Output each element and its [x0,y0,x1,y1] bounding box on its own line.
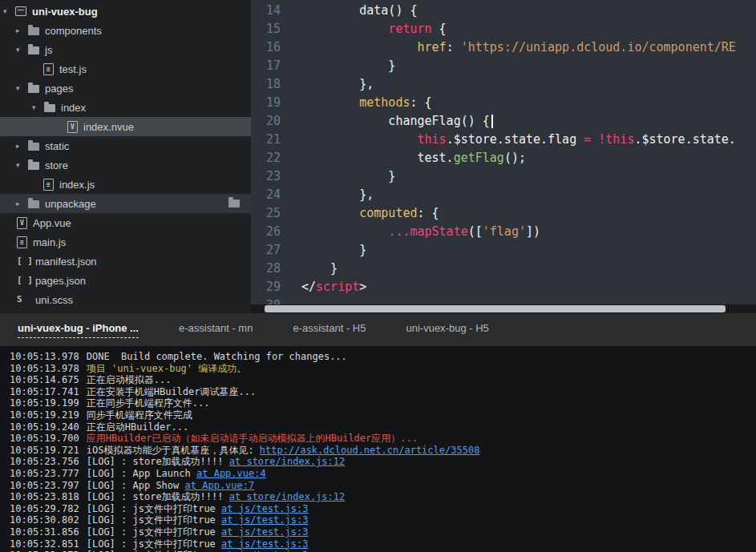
code-line-29: 29</script> [251,278,756,296]
code-token: return [388,22,431,36]
tree-item-uni.scss[interactable]: Suni.scss [0,290,251,309]
console-tab-3[interactable]: e-assistant - H5 [281,313,377,346]
chevron-down-icon[interactable]: ▾ [32,103,44,111]
tree-item-label: uni.scss [35,294,73,306]
tree-item-uni-vuex-bug[interactable]: ▾uni-vuex-bug [0,2,251,21]
timestamp: 10:05:23.756 [10,456,79,467]
chevron-right-icon[interactable]: ▸ [16,142,28,150]
folder-icon [28,27,39,35]
timestamp: 10:05:19.199 [10,397,79,409]
code-token: } [301,58,395,73]
tree-item-static[interactable]: ▸static [0,136,251,155]
log-link[interactable]: at js/test.js:3 [221,526,308,538]
line-number: 27 [251,241,281,260]
log-text: [LOG] : App Launch [87,468,196,479]
code-token: }, [301,77,374,91]
log-link[interactable]: http://ask.dcloud.net.cn/article/35508 [260,445,480,456]
file-scss-icon: S [17,294,30,305]
timestamp: 10:05:19.700 [10,433,79,444]
code-line-20: 20 changeFlag() { [251,112,756,131]
console-tab-4[interactable]: uni-vuex-bug - H5 [394,313,499,346]
code-line-27: 27 } [251,241,756,260]
log-text: [LOG] : js文件中打印true [87,514,221,526]
line-number: 28 [251,260,281,278]
tree-item-test.js[interactable]: ≡test.js [0,59,251,79]
line-number: 22 [251,149,281,167]
code-editor[interactable]: 14 data() {15 return {16 href: 'https://… [251,0,756,313]
code-token: { [432,22,447,36]
code-line-21: 21 this.$store.state.flag = !this.$store… [251,131,756,149]
log-line: 10:05:19.219同步手机端程序文件完成 [10,409,756,421]
scrollbar-thumb[interactable] [265,305,726,312]
tree-item-index[interactable]: ▾index [0,98,251,117]
tree-item-js[interactable]: ▾js [0,40,251,59]
chevron-down-icon[interactable]: ▾ [16,46,28,54]
log-link[interactable]: at store/index.js:12 [229,456,346,467]
log-link[interactable]: at js/test.js:3 [221,514,308,526]
log-link[interactable]: at App.vue:7 [185,480,255,491]
reveal-folder-icon[interactable] [228,199,240,208]
code-token: mapState [410,224,467,239]
tree-item-main.js[interactable]: ≡main.js [0,232,251,252]
console-tab-1[interactable]: uni-vuex-bug - iPhone ... [6,313,150,346]
code-token: this [605,132,634,147]
tree-item-components[interactable]: ▸components [0,21,251,40]
timestamp: 10:05:31.856 [10,526,79,538]
code-token: data() { [301,3,418,18]
console-tab-2[interactable]: e-assistant - mn [168,313,264,346]
line-number: 26 [251,223,281,241]
tree-item-index.nvue[interactable]: Vindex.nvue [0,117,251,136]
log-link[interactable]: at js/test.js:3 [221,538,308,550]
tree-item-label: js [45,44,52,56]
folder-icon [28,46,39,54]
tree-item-store[interactable]: ▾store [0,155,251,175]
horizontal-scrollbar[interactable] [251,304,756,313]
tree-item-pages.json[interactable]: [ ]pages.json [0,271,251,290]
log-link[interactable]: at App.vue:4 [196,468,266,479]
chevron-right-icon[interactable]: ▸ [16,26,28,34]
code-token [591,132,598,147]
tree-item-pages[interactable]: ▾pages [0,79,251,98]
code-token: </ [301,280,316,294]
log-line: 10:05:31.856[LOG] : js文件中打印true at js/te… [10,526,756,538]
tree-item-manifest.json[interactable]: [ ]manifest.json [0,252,251,271]
code-token: getFlag [454,151,504,165]
log-line: 10:05:30.802[LOG] : js文件中打印true at js/te… [10,514,756,526]
chevron-down-icon[interactable]: ▾ [16,84,28,92]
timestamp: 10:05:14.675 [10,374,79,385]
chevron-right-icon[interactable]: ▸ [16,199,28,208]
console-tab-label: e-assistant - mn [179,322,253,338]
tree-item-unpackage[interactable]: ▸unpackage [0,194,251,213]
code-token: : [447,40,461,54]
code-text: }, [281,186,374,204]
tree-item-label: pages [45,83,73,95]
chevron-down-icon[interactable]: ▾ [16,161,28,169]
timestamp: 10:05:29.782 [10,503,79,514]
code-token: 'flag' [483,224,526,239]
project-icon [15,6,26,16]
chevron-down-icon[interactable]: ▾ [3,7,15,15]
line-number: 21 [251,131,281,149]
folder-icon [28,143,39,151]
console-panel: uni-vuex-bug - iPhone ... e-assistant - … [0,313,756,552]
code-text: } [281,260,338,278]
log-line: 10:05:19.199正在同步手机端程序文件... [10,397,756,409]
tree-item-index.js[interactable]: ≡index.js [0,175,251,194]
log-line: 10:05:23.818[LOG] : store加载成功!!!! at sto… [10,491,756,503]
log-link[interactable]: at js/test.js:3 [221,503,308,514]
code-token: (); [504,151,526,165]
log-line: 10:05:19.700应用HBuilder已启动（如未启动请手动启动模拟器上的… [10,433,756,445]
code-token [301,224,388,239]
tree-item-label: index.nvue [83,121,134,133]
code-token [301,132,418,147]
folder-icon [28,200,39,208]
code-text: ...mapState(['flag']) [281,223,540,241]
line-number: 15 [251,20,281,38]
code-line-22: 22 test.getFlag(); [251,149,756,167]
tree-item-label: pages.json [35,275,86,287]
tree-item-label: components [45,25,102,37]
file-vue-icon: V [17,217,27,229]
tree-item-label: manifest.json [35,256,97,268]
tree-item-App.vue[interactable]: VApp.vue [0,213,251,232]
log-link[interactable]: at store/index.js:12 [229,491,346,502]
